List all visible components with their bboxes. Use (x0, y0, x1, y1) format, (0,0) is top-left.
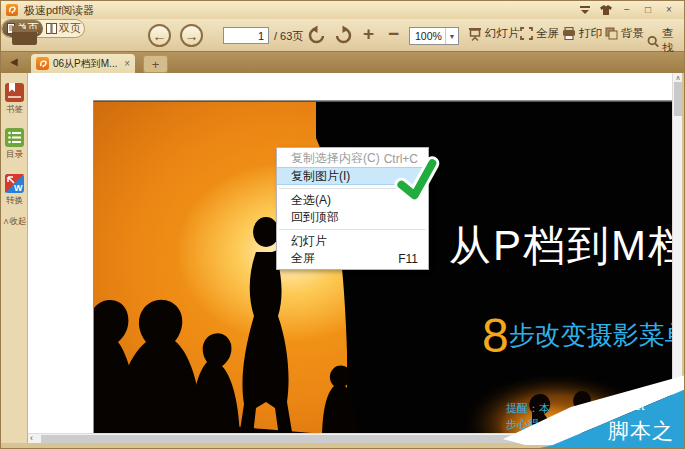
vertical-scroll-thumb[interactable] (674, 82, 682, 116)
main-menu-icon[interactable] (578, 3, 592, 16)
pdf-reader-window: 极速pdf阅读器 − □ × 单页 (0, 0, 685, 449)
rotate-right-button[interactable] (333, 25, 353, 49)
tab-bar: ◀ 06从P档到M... × + (1, 52, 684, 73)
sidebar-item-label: 转换 (6, 195, 23, 207)
watermark-site-name: 脚本之家 (608, 417, 685, 449)
sidebar-collapse-button[interactable]: ∧收起 (1, 216, 28, 228)
sidebar-item-convert[interactable]: W 转换 (1, 173, 28, 207)
slide-subtitle-text: 步改变摄影菜单 (509, 320, 673, 350)
zoom-level-value: 100% (415, 30, 442, 42)
double-page-label: 双页 (59, 21, 81, 36)
slideshow-icon (468, 27, 482, 41)
menu-item-shortcut: F11 (398, 252, 418, 266)
folder-open-icon (10, 23, 39, 47)
rotate-right-icon (333, 25, 353, 45)
app-logo-icon (6, 4, 18, 16)
title-bar: 极速pdf阅读器 − □ × (1, 1, 684, 19)
double-page-icon (46, 23, 57, 34)
slide-title: 从P档到M档 (449, 218, 673, 274)
background-label: 背景 (621, 26, 644, 41)
close-icon[interactable]: × (662, 3, 676, 16)
check-icon (392, 156, 442, 208)
menu-item-label: 回到顶部 (291, 209, 339, 226)
convert-icon: W (4, 173, 25, 194)
menu-item-label: 复制选择内容(C) (291, 150, 380, 167)
new-tab-button[interactable]: + (143, 55, 168, 73)
double-page-button[interactable]: 双页 (43, 20, 84, 37)
background-icon (605, 27, 618, 40)
menu-item-label: 复制图片(I) (291, 168, 350, 185)
forward-icon: → (185, 28, 199, 44)
slideshow-button[interactable]: 幻灯片 (468, 26, 520, 41)
sidebar-item-label: 书签 (6, 104, 23, 116)
chevron-left-icon[interactable]: ‹ (30, 434, 33, 443)
fullscreen-button[interactable]: 全屏 (520, 26, 559, 41)
page-number-input[interactable] (223, 27, 269, 44)
print-icon (562, 27, 576, 40)
menu-separator (279, 229, 426, 230)
menu-item-label: 全屏 (291, 250, 315, 267)
search-icon (647, 35, 659, 48)
window-title: 极速pdf阅读器 (24, 3, 94, 18)
open-file-button[interactable] (10, 23, 39, 47)
minimize-icon[interactable]: − (620, 3, 634, 16)
slide-subtitle-number: 8 (482, 309, 509, 362)
sidebar-item-label: 目录 (6, 149, 23, 161)
rotate-left-icon (307, 25, 327, 45)
menu-item-label: 全选(A) (291, 192, 331, 209)
skin-icon[interactable] (599, 3, 613, 16)
fullscreen-label: 全屏 (536, 26, 559, 41)
app-logo-icon (36, 57, 49, 70)
print-label: 打印 (579, 26, 602, 41)
fullscreen-icon (520, 27, 533, 40)
page-total-label: / 63页 (274, 29, 303, 44)
menu-item-back-to-top[interactable]: 回到顶部 (277, 209, 428, 226)
tab-document[interactable]: 06从P档到M... × (31, 54, 135, 73)
menu-item-fullscreen[interactable]: 全屏 F11 (277, 250, 428, 267)
forward-button[interactable]: → (180, 24, 203, 47)
rotate-left-button[interactable] (307, 25, 327, 49)
toolbar: 单页 双页 ← → / 63页 + − 100% ▼ 幻灯片 (1, 19, 684, 52)
sidebar: 书签 目录 W 转换 ∧收起 (1, 73, 28, 443)
back-button[interactable]: ← (148, 24, 171, 47)
slide-subtitle: 8步改变摄影菜单 (482, 308, 673, 363)
print-button[interactable]: 打印 (562, 26, 602, 41)
tab-label: 06从P档到M... (53, 57, 117, 71)
sidebar-item-toc[interactable]: 目录 (1, 127, 28, 161)
back-icon: ← (153, 28, 167, 44)
sidebar-item-bookmark[interactable]: 书签 (1, 82, 28, 116)
toc-icon (4, 127, 25, 148)
svg-text:W: W (14, 183, 23, 193)
menu-item-slideshow[interactable]: 幻灯片 (277, 233, 428, 250)
chevron-down-icon: ▼ (445, 28, 458, 44)
site-watermark: jb51.net 脚本之家 (491, 373, 685, 449)
sidebar-collapse-arrow-icon[interactable]: ◀ (10, 56, 18, 67)
maximize-icon[interactable]: □ (641, 3, 655, 16)
background-button[interactable]: 背景 (605, 26, 644, 41)
zoom-in-button[interactable]: + (363, 23, 374, 45)
slideshow-label: 幻灯片 (485, 26, 520, 41)
bookmark-icon (4, 82, 25, 103)
watermark-site-url: jb51.net (600, 399, 644, 413)
zoom-level-select[interactable]: 100% ▼ (409, 27, 459, 45)
zoom-out-button[interactable]: − (388, 23, 399, 45)
tab-close-icon[interactable]: × (124, 58, 130, 69)
menu-item-label: 幻灯片 (291, 233, 327, 250)
